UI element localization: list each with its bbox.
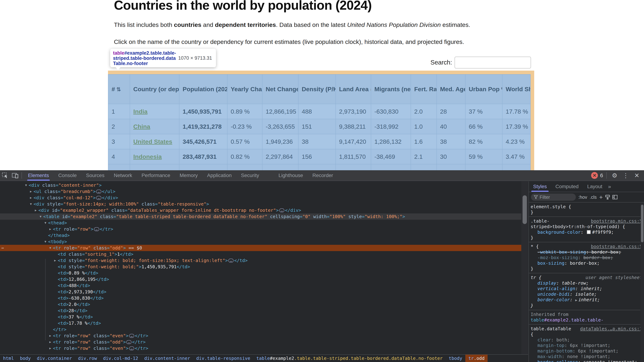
dom-tree-node[interactable]: <td>0.89 %</td> [0, 270, 528, 276]
expand-arrow-closed-icon[interactable]: ▶ [53, 257, 58, 264]
elements-scrollbar[interactable] [521, 181, 528, 354]
expand-arrow-closed-icon[interactable]: ▶ [48, 226, 52, 232]
expand-arrow-closed-icon[interactable]: ▶ [48, 333, 52, 339]
dom-tree-node[interactable]: <td class="sorting_1">1</td> [0, 251, 528, 257]
column-header[interactable]: Med. Age⇅ [437, 74, 465, 104]
dom-tree-node[interactable]: <td>28</td> [0, 308, 528, 314]
inspect-element-icon[interactable] [0, 171, 10, 180]
collapsed-children-ellipsis[interactable]: … [129, 334, 134, 338]
dom-tree-node[interactable]: <td>-630,830</td> [0, 295, 528, 301]
collapsed-children-ellipsis[interactable]: … [126, 340, 132, 344]
collapsed-children-ellipsis[interactable]: … [96, 190, 101, 194]
css-selector[interactable]: tr [531, 275, 536, 280]
css-property[interactable]: clear: both; [531, 337, 642, 343]
dom-tree-node[interactable]: ▼<tbody> [0, 239, 528, 245]
expand-value-icon[interactable]: ▶ [575, 298, 577, 302]
dom-tree-node[interactable]: ▶<tr role="row" class="odd">…</tr> [0, 339, 528, 345]
sidebar-tab-computed[interactable]: Computed [551, 181, 583, 192]
dom-tree-node[interactable]: ⋯▼<tr role="row" class="odd"> == $0 [0, 245, 528, 251]
sidebar-tab-styles[interactable]: Styles [529, 181, 551, 192]
breadcrumb-item[interactable]: div.container [34, 355, 75, 362]
expand-arrow-closed-icon[interactable]: ▶ [48, 339, 52, 345]
collapsed-children-ellipsis[interactable]: … [129, 347, 134, 350]
dom-tree-node[interactable]: ▶<tr role="row">…</tr> [0, 226, 528, 232]
country-link[interactable]: United States [133, 138, 172, 145]
column-header[interactable]: Country (or dependency)⇅ [130, 74, 179, 104]
country-link[interactable]: India [133, 108, 148, 115]
dom-tree-node[interactable]: <td>37 %</td> [0, 314, 528, 320]
dom-tree-node[interactable]: ▶<div class="col-md-12">…</div> [0, 195, 528, 201]
settings-gear-icon[interactable]: ⚙ [610, 172, 619, 179]
breadcrumb-item[interactable]: tbody [446, 355, 465, 362]
dom-tree-node[interactable]: <td>2,973,190</td> [0, 289, 528, 295]
expand-arrow-open-icon[interactable]: ▼ [38, 213, 43, 220]
country-link[interactable]: Indonesia [133, 153, 162, 160]
breadcrumb-item[interactable]: table#example2.table.table-striped.table… [253, 355, 446, 362]
styles-scrollbar-thumb[interactable] [641, 205, 644, 242]
css-selector[interactable]: table.dataTable [531, 326, 571, 331]
css-property[interactable]: background-color: #f9f9f9; [531, 229, 642, 235]
devtools-tab-elements[interactable]: Elements [23, 170, 54, 181]
breadcrumb-item[interactable]: tr.odd [465, 355, 488, 362]
collapsed-children-ellipsis[interactable]: … [228, 259, 234, 263]
column-header[interactable]: World Share⇅ [502, 74, 530, 104]
expand-arrow-closed-icon[interactable]: ▶ [48, 345, 52, 352]
css-property[interactable]: border-color: ▶inherit; [531, 297, 642, 303]
collapsed-children-ellipsis[interactable]: … [279, 208, 284, 212]
dom-tree-node[interactable]: ▶<div id="example2_wrapper" class="dataT… [0, 207, 528, 213]
country-link[interactable]: China [133, 123, 150, 130]
dom-tree-node[interactable]: ▼<table id="example2" class="table table… [0, 213, 528, 220]
css-property[interactable]: -webkit-box-sizing: border-box; [531, 249, 642, 255]
css-property[interactable]: -moz-box-sizing: border-box; [531, 255, 642, 260]
toggle-cls-button[interactable]: .cls [590, 194, 597, 200]
breadcrumb-item[interactable]: div.row [75, 355, 100, 362]
devtools-tab-security[interactable]: Security [236, 170, 264, 181]
column-header[interactable]: Density (P/Km²)⇅ [298, 74, 336, 104]
devtools-tab-console[interactable]: Console [54, 170, 82, 181]
expand-arrow-open-icon[interactable]: ▼ [28, 201, 33, 207]
dock-side-icon[interactable] [612, 195, 618, 199]
css-property[interactable]: box-sizing: border-box; [531, 260, 642, 266]
column-header[interactable]: Urban Pop %⇅ [465, 74, 502, 104]
devtools-tab-application[interactable]: Application [202, 170, 236, 181]
dom-tree-node[interactable]: <td>488</td> [0, 283, 528, 289]
column-header[interactable]: #⇅ [108, 74, 130, 104]
dom-tree-node[interactable]: <td>12,866,195</td> [0, 276, 528, 283]
css-property[interactable]: vertical-align: inherit; [531, 286, 642, 291]
expand-arrow-open-icon[interactable]: ▼ [43, 239, 48, 245]
rendering-paint-icon[interactable] [605, 195, 610, 199]
breadcrumb-item[interactable]: div.content-inner [141, 355, 193, 362]
dom-tree-node[interactable]: ▶<tr role="row" class="even">…</tr> [0, 333, 528, 339]
expand-arrow-closed-icon[interactable]: ▶ [33, 207, 38, 213]
devtools-tab-memory[interactable]: Memory [175, 170, 202, 181]
column-header[interactable]: Migrants (net)⇅ [371, 74, 411, 104]
devtools-tab-lighthouse[interactable]: Lighthouse [274, 170, 308, 181]
dom-tree-node[interactable]: ▶<tr role="row" class="even">…</tr> [0, 345, 528, 352]
breadcrumb-item[interactable]: html [0, 355, 17, 362]
expand-arrow-closed-icon[interactable]: ▶ [28, 188, 33, 195]
dom-tree-node[interactable]: ▶<td style="font-weight: bold; font-size… [0, 257, 528, 264]
dom-tree-node[interactable]: ▼<div style="font-size:14px; width:100%"… [0, 201, 528, 207]
error-badge[interactable]: ✕ 6 [591, 172, 603, 179]
breadcrumb-item[interactable]: body [17, 355, 34, 362]
new-style-rule-button[interactable]: + [599, 194, 603, 201]
devtools-tab-recorder[interactable]: Recorder [308, 170, 338, 181]
expand-arrow-closed-icon[interactable]: ▶ [28, 195, 33, 201]
close-devtools-icon[interactable]: ✕ [632, 172, 642, 179]
css-property[interactable]: max-width: none !important; [531, 354, 642, 359]
elements-scrollbar-thumb[interactable] [522, 195, 527, 224]
collapsed-children-ellipsis[interactable]: … [96, 196, 101, 200]
css-property[interactable]: unicode-bidi: isolate; [531, 291, 642, 297]
stylesheet-link[interactable]: bootstrap.min.css:5 [591, 218, 642, 224]
more-tabs-icon[interactable]: » [607, 184, 612, 190]
dom-tree-node[interactable]: </tr> [0, 326, 528, 333]
expand-arrow-open-icon[interactable]: ▼ [48, 245, 52, 251]
styles-filter-input[interactable]: Filter [531, 194, 576, 201]
toggle-hov-button[interactable]: :hov [578, 194, 587, 200]
css-property[interactable]: margin-top: 6px !important; [531, 343, 642, 348]
collapsed-children-ellipsis[interactable]: … [94, 227, 99, 231]
color-swatch[interactable] [587, 230, 591, 234]
css-property[interactable]: border-collapse: separate !important; [531, 359, 642, 362]
column-header[interactable]: Yearly Change⇅ [227, 74, 262, 104]
css-property[interactable]: display: table-row; [531, 280, 642, 286]
